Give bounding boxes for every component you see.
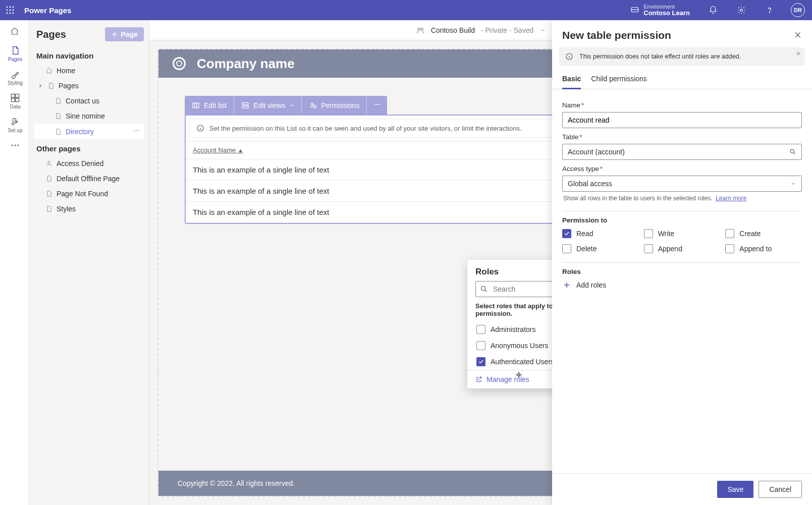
svg-rect-15: [16, 98, 19, 102]
perm-write[interactable]: Write: [644, 229, 721, 238]
checkbox[interactable]: [476, 325, 485, 334]
add-roles-label: Add roles: [576, 281, 606, 289]
checkbox[interactable]: [725, 229, 734, 238]
svg-point-36: [790, 149, 794, 153]
banner-dismiss[interactable]: [796, 50, 801, 58]
rail-pages[interactable]: Pages: [0, 41, 29, 64]
user-avatar[interactable]: DR: [791, 3, 805, 17]
svg-point-16: [12, 145, 13, 146]
banner-text: This permission does not take effect unt…: [579, 53, 741, 60]
add-page-button[interactable]: Page: [105, 27, 144, 41]
sort-asc-icon: ▲: [238, 147, 243, 153]
tree-label: Page Not Found: [57, 190, 108, 198]
checkbox[interactable]: [562, 244, 571, 253]
search-icon: [789, 148, 796, 155]
access-type-hint: Show all rows in the table to users in t…: [562, 192, 802, 202]
svg-point-28: [311, 103, 313, 105]
tree-item-sine[interactable]: Sine nomine: [34, 108, 144, 124]
page-icon: [45, 175, 52, 182]
perm-read[interactable]: Read: [562, 229, 639, 238]
perm-append[interactable]: Append: [644, 244, 721, 253]
plus-icon: [111, 31, 118, 38]
home-icon: [10, 27, 19, 36]
svg-point-11: [769, 12, 770, 13]
svg-point-29: [374, 104, 375, 105]
tab-child-permissions[interactable]: Child permissions: [591, 72, 646, 89]
learn-more-link[interactable]: Learn more: [716, 195, 746, 202]
page-icon: [47, 82, 55, 89]
tree-item-styles[interactable]: Styles: [34, 201, 144, 216]
permissions-button[interactable]: Permissions: [302, 97, 366, 114]
tree-item-access-denied[interactable]: Access Denied: [34, 156, 144, 171]
table-lookup[interactable]: Account (account): [562, 144, 802, 160]
toolbar-more[interactable]: [367, 96, 387, 115]
add-roles-button[interactable]: Add roles: [562, 280, 802, 290]
access-value: Global access: [568, 180, 612, 188]
product-title: Power Pages: [24, 6, 71, 15]
svg-point-23: [418, 28, 420, 30]
rail-more[interactable]: [0, 136, 29, 153]
chevron-right-icon: [37, 83, 43, 88]
info-text: Set the permission on this List so it ca…: [209, 125, 522, 132]
shield-icon: [309, 101, 317, 109]
svg-point-17: [15, 145, 16, 146]
svg-point-18: [17, 145, 19, 146]
rail-setup-label: Set up: [8, 128, 23, 133]
tab-basic[interactable]: Basic: [562, 72, 581, 89]
notifications-button[interactable]: [703, 0, 723, 20]
table-permission-panel: New table permission This permission doe…: [552, 20, 812, 505]
page-icon: [55, 128, 62, 135]
btn-label: Edit views: [253, 101, 285, 109]
checkbox[interactable]: [725, 244, 734, 253]
checkbox[interactable]: [476, 341, 485, 350]
perm-delete[interactable]: Delete: [562, 244, 639, 253]
tree-item-notfound[interactable]: Page Not Found: [34, 186, 144, 201]
checkbox[interactable]: [562, 229, 571, 238]
rail-styling[interactable]: Styling: [0, 65, 29, 88]
pages-panel-title: Pages: [34, 29, 66, 40]
svg-rect-14: [12, 98, 15, 102]
page-icon: [55, 113, 62, 120]
name-input[interactable]: [562, 112, 802, 128]
user-icon: [45, 160, 52, 167]
perm-label: Append to: [739, 245, 772, 253]
panel-close[interactable]: [794, 31, 802, 40]
environment-label: Environment: [643, 4, 690, 10]
tree-label: Directory: [66, 128, 94, 136]
btn-label: Permissions: [321, 101, 359, 109]
svg-point-10: [740, 9, 743, 12]
tree-item-directory[interactable]: Directory: [34, 124, 144, 139]
home-icon: [45, 67, 52, 74]
checkbox[interactable]: [644, 229, 653, 238]
settings-button[interactable]: [731, 0, 751, 20]
access-type-select[interactable]: Global access: [562, 176, 802, 192]
rail-setup[interactable]: Set up: [0, 113, 29, 135]
tab-label: Basic: [562, 75, 581, 83]
help-button[interactable]: [760, 0, 780, 20]
svg-point-21: [138, 130, 139, 131]
rail-styling-label: Styling: [8, 80, 23, 86]
info-icon: [196, 124, 204, 132]
site-logo-icon: [173, 57, 186, 70]
views-icon: [241, 101, 249, 109]
app-launcher[interactable]: [4, 4, 16, 16]
svg-point-8: [13, 13, 14, 14]
checkbox[interactable]: [476, 357, 485, 366]
edit-list-button[interactable]: Edit list: [185, 97, 234, 114]
perm-create[interactable]: Create: [725, 229, 802, 238]
tree-item-home[interactable]: Home: [34, 63, 144, 78]
rail-home[interactable]: [0, 22, 29, 40]
svg-point-3: [7, 10, 8, 11]
tree-item-offline[interactable]: Default Offline Page: [34, 171, 144, 186]
edit-views-button[interactable]: Edit views: [234, 97, 301, 114]
tree-item-contact[interactable]: Contact us: [34, 93, 144, 108]
save-button[interactable]: Save: [717, 481, 753, 498]
environment-picker[interactable]: Environment Contoso Learn: [625, 4, 695, 17]
rail-data[interactable]: Data: [0, 89, 29, 111]
tree-item-pages[interactable]: Pages: [34, 78, 144, 93]
tab-label: Child permissions: [591, 75, 646, 83]
checkbox[interactable]: [644, 244, 653, 253]
tree-item-more[interactable]: [133, 127, 140, 136]
perm-appendto[interactable]: Append to: [725, 244, 802, 253]
cancel-button[interactable]: Cancel: [759, 481, 802, 498]
